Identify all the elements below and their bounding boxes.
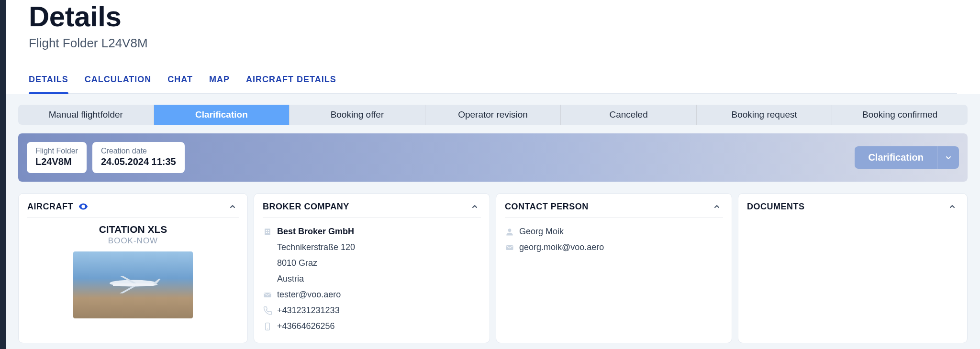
plane-icon xyxy=(100,268,167,297)
documents-collapse-toggle[interactable] xyxy=(946,200,958,213)
tab-aircraft-details[interactable]: AIRCRAFT DETAILS xyxy=(246,70,336,93)
svg-rect-6 xyxy=(268,232,269,233)
contact-email: georg.moik@voo.aero xyxy=(519,242,604,252)
info-bar: Flight Folder L24V8M Creation date 24.05… xyxy=(18,133,968,182)
svg-rect-7 xyxy=(264,293,271,297)
status-booking-confirmed[interactable]: Booking confirmed xyxy=(832,105,968,125)
left-rail xyxy=(0,0,6,349)
building-icon xyxy=(263,227,272,237)
svg-point-10 xyxy=(508,229,512,232)
tab-map[interactable]: MAP xyxy=(209,70,230,93)
creation-date-card: Creation date 24.05.2024 11:35 xyxy=(92,142,185,173)
broker-email: tester@voo.aero xyxy=(277,290,341,300)
chevron-up-icon xyxy=(471,203,479,210)
eye-icon[interactable] xyxy=(78,201,89,212)
contact-collapse-toggle[interactable] xyxy=(711,200,723,213)
svg-point-0 xyxy=(82,206,84,207)
page-subtitle: Flight Folder L24V8M xyxy=(29,36,957,51)
svg-rect-4 xyxy=(268,229,269,231)
svg-rect-11 xyxy=(506,245,513,250)
documents-card: DOCUMENTS xyxy=(738,193,968,343)
flight-folder-value: L24V8M xyxy=(35,156,78,167)
page-title: Details xyxy=(29,0,957,33)
tab-chat[interactable]: CHAT xyxy=(167,70,193,93)
aircraft-subtitle: BOOK-NOW xyxy=(27,236,239,246)
aircraft-card: AIRCRAFT CITATION XLS BOOK-NOW xyxy=(18,193,248,343)
tab-calculation[interactable]: CALCULATION xyxy=(85,70,152,93)
mobile-icon xyxy=(263,322,272,331)
documents-heading: DOCUMENTS xyxy=(747,202,805,212)
svg-rect-2 xyxy=(265,229,270,235)
aircraft-image xyxy=(73,251,193,318)
broker-phone: +431231231233 xyxy=(277,305,340,316)
chevron-up-icon xyxy=(948,203,956,210)
mail-icon xyxy=(263,290,272,300)
phone-icon xyxy=(263,306,272,316)
broker-city: 8010 Graz xyxy=(277,258,317,268)
status-dropdown-toggle[interactable] xyxy=(937,146,959,169)
status-dropdown-button[interactable]: Clarification xyxy=(855,146,959,169)
flight-folder-label: Flight Folder xyxy=(35,147,78,155)
creation-date-label: Creation date xyxy=(101,147,176,155)
status-canceled[interactable]: Canceled xyxy=(561,105,697,125)
mail-icon xyxy=(505,243,514,252)
status-booking-offer[interactable]: Booking offer xyxy=(290,105,425,125)
svg-rect-5 xyxy=(266,232,267,233)
person-icon xyxy=(505,227,514,237)
broker-collapse-toggle[interactable] xyxy=(468,200,481,213)
broker-country: Austria xyxy=(277,274,304,284)
broker-mobile: +43664626256 xyxy=(277,321,335,331)
status-operator-revision[interactable]: Operator revision xyxy=(425,105,561,125)
status-clarification[interactable]: Clarification xyxy=(154,105,290,125)
broker-street: Technikerstraße 120 xyxy=(277,242,355,252)
broker-name: Best Broker GmbH xyxy=(277,227,354,237)
contact-heading: CONTACT PERSON xyxy=(505,202,589,212)
status-booking-request[interactable]: Booking request xyxy=(697,105,833,125)
svg-rect-3 xyxy=(266,229,267,231)
nav-tabs: DETAILS CALCULATION CHAT MAP AIRCRAFT DE… xyxy=(29,70,957,94)
chevron-up-icon xyxy=(713,203,721,210)
aircraft-heading: AIRCRAFT xyxy=(27,202,73,212)
flight-folder-card: Flight Folder L24V8M xyxy=(27,142,87,173)
contact-name: Georg Moik xyxy=(519,227,564,237)
broker-heading: BROKER COMPANY xyxy=(263,202,349,212)
status-manual-flightfolder[interactable]: Manual flightfolder xyxy=(18,105,154,125)
chevron-up-icon xyxy=(229,203,236,210)
aircraft-name: CITATION XLS xyxy=(27,224,239,235)
status-strip: Manual flightfolder Clarification Bookin… xyxy=(18,105,968,125)
contact-card: CONTACT PERSON Georg Moik ge xyxy=(496,193,732,343)
aircraft-collapse-toggle[interactable] xyxy=(226,200,239,213)
chevron-down-icon xyxy=(945,154,952,162)
status-dropdown-label[interactable]: Clarification xyxy=(855,146,937,169)
tab-details[interactable]: DETAILS xyxy=(29,70,68,93)
broker-card: BROKER COMPANY Best Broker GmbH Technike… xyxy=(254,193,490,343)
creation-date-value: 24.05.2024 11:35 xyxy=(101,156,176,167)
